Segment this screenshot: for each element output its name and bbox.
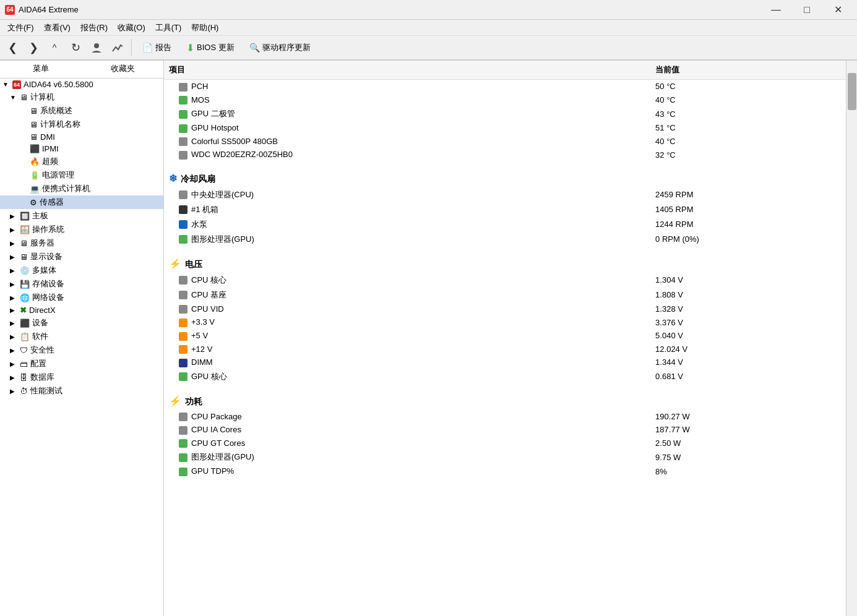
sidebar-item-motherboard[interactable]: ▶ 🔲 主板 [0, 209, 163, 223]
table-row: MOS40 °C [164, 93, 846, 107]
expand-icon: ▶ [10, 333, 17, 340]
row-item-name: +12 V [191, 344, 212, 354]
sidebar-item-server[interactable]: ▶ 🖥 服务器 [0, 236, 163, 250]
menu-help[interactable]: 帮助(H) [186, 21, 223, 35]
table-row: CPU 基座1.808 V [164, 288, 846, 302]
sidebar-item-label: 便携式计算机 [42, 183, 90, 194]
spacer-row [164, 247, 846, 252]
scrollbar-thumb[interactable] [848, 73, 856, 110]
directx-icon: ✖ [20, 306, 27, 315]
sidebar-item-software[interactable]: ▶ 📋 软件 [0, 330, 163, 343]
driver-update-button[interactable]: 🔍 驱动程序更新 [243, 39, 317, 56]
section-header-row: ❄冷却风扇 [164, 166, 846, 187]
sidebar-item-database[interactable]: ▶ 🗄 数据库 [0, 370, 163, 384]
row-icon [179, 305, 187, 314]
software-icon: 📋 [20, 332, 30, 341]
aida-icon: 64 [12, 80, 21, 89]
maximize-button[interactable]: □ [793, 0, 821, 20]
sidebar-item-label: AIDA64 v6.50.5800 [24, 80, 93, 89]
table-row: +3.3 V3.376 V [164, 315, 846, 329]
menu-tools[interactable]: 工具(T) [150, 21, 187, 35]
sidebar-item-power-mgmt[interactable]: 🔋 电源管理 [0, 168, 163, 182]
expand-icon: ▶ [10, 267, 17, 274]
user-button[interactable] [87, 38, 106, 58]
multimedia-icon: 💿 [20, 266, 30, 275]
sidebar-item-multimedia[interactable]: ▶ 💿 多媒体 [0, 263, 163, 277]
sidebar-item-network[interactable]: ▶ 🌐 网络设备 [0, 291, 163, 304]
close-button[interactable]: ✕ [824, 0, 852, 20]
main-layout: 菜单 收藏夹 ▼ 64 AIDA64 v6.50.5800 ▼ 🖥 计算机 🖥 … [0, 61, 857, 616]
sidebar-item-portable[interactable]: 💻 便携式计算机 [0, 182, 163, 195]
sidebar-item-label: 操作系统 [32, 224, 64, 235]
sidebar-item-overclock[interactable]: 🔥 超频 [0, 155, 163, 168]
row-item-name: CPU Package [191, 412, 242, 421]
row-icon [179, 205, 187, 214]
sidebar-item-devices[interactable]: ▶ ⬛ 设备 [0, 316, 163, 330]
menu-file[interactable]: 文件(F) [2, 21, 39, 35]
sidebar-item-dmi[interactable]: 🖥 DMI [0, 131, 163, 143]
devices-icon: ⬛ [20, 319, 30, 328]
table-row: CPU 核心1.304 V [164, 273, 846, 288]
sidebar-item-ipmi[interactable]: ⬛ IPMI [0, 143, 163, 155]
sidebar-item-storage[interactable]: ▶ 💾 存储设备 [0, 277, 163, 291]
chart-button[interactable] [108, 38, 127, 58]
menu-favorites[interactable]: 收藏(O) [113, 21, 150, 35]
scrollbar[interactable] [846, 61, 857, 616]
row-value: 8% [650, 464, 846, 478]
sidebar-item-security[interactable]: ▶ 🛡 安全性 [0, 343, 163, 357]
mb-icon: 🔲 [20, 212, 30, 221]
menu-view[interactable]: 查看(V) [39, 21, 75, 35]
expand-icon: ▶ [10, 347, 17, 354]
portable-icon: 💻 [30, 184, 40, 194]
row-value: 1405 RPM [650, 202, 846, 217]
tab-menu[interactable]: 菜单 [0, 61, 82, 78]
sidebar-item-label: 存储设备 [32, 278, 64, 289]
section-label: 功耗 [185, 396, 202, 406]
sidebar-item-benchmark[interactable]: ▶ ⏱ 性能测试 [0, 384, 163, 398]
col-header-item: 项目 [164, 61, 650, 80]
row-item-name: Colorful SS500P 480GB [191, 137, 278, 146]
sidebar-item-label: 传感器 [40, 197, 64, 208]
minimize-button[interactable]: — [762, 0, 790, 20]
row-item-name: DIMM [191, 357, 213, 367]
expand-icon: ▶ [10, 294, 17, 301]
row-value: 50 °C [650, 80, 846, 93]
sidebar-item-aida64[interactable]: ▼ 64 AIDA64 v6.50.5800 [0, 79, 163, 90]
row-value: 1244 RPM [650, 217, 846, 232]
sidebar-item-sys-overview[interactable]: 🖥 系统概述 [0, 104, 163, 118]
section-label: 冷却风扇 [181, 174, 215, 184]
row-icon [179, 359, 187, 367]
table-row: CPU VID1.328 V [164, 302, 846, 316]
server-icon: 🖥 [20, 239, 28, 248]
row-value: 32 °C [650, 148, 846, 161]
bios-icon: ⬇ [186, 42, 194, 54]
section-header-row: ⚡电压 [164, 252, 846, 273]
forward-button[interactable]: ❯ [24, 38, 43, 58]
tab-favorites[interactable]: 收藏夹 [82, 61, 163, 78]
app-icon: 64 [5, 5, 15, 15]
sidebar-item-directx[interactable]: ▶ ✖ DirectX [0, 304, 163, 316]
sidebar-item-label: 配置 [30, 358, 46, 369]
sidebar-item-sensor[interactable]: ⚙ 传感器 [0, 195, 163, 209]
sidebar-item-computer[interactable]: ▼ 🖥 计算机 [0, 90, 163, 104]
bios-update-button[interactable]: ⬇ BIOS 更新 [179, 39, 241, 57]
sidebar-item-display[interactable]: ▶ 🖥 显示设备 [0, 250, 163, 263]
row-item-name: CPU VID [191, 304, 224, 314]
row-item-name: CPU 基座 [191, 290, 226, 299]
up-button[interactable]: ^ [45, 38, 64, 58]
sidebar-item-config[interactable]: ▶ 🗃 配置 [0, 357, 163, 370]
menu-report[interactable]: 报告(R) [75, 21, 113, 35]
row-value: 2.50 W [650, 437, 846, 450]
sidebar-item-os[interactable]: ▶ 🪟 操作系统 [0, 223, 163, 236]
row-item-name: WDC WD20EZRZ-00Z5HB0 [191, 150, 293, 159]
benchmark-icon: ⏱ [20, 387, 28, 396]
expand-icon: ▶ [10, 213, 17, 220]
refresh-button[interactable]: ↻ [66, 38, 85, 58]
back-button[interactable]: ❮ [2, 38, 22, 58]
section-label: 电压 [185, 259, 202, 269]
table-row: 图形处理器(GPU)0 RPM (0%) [164, 232, 846, 247]
report-button[interactable]: 📄 报告 [136, 39, 178, 56]
sidebar-item-label: 显示设备 [30, 251, 62, 262]
sidebar-item-label: 网络设备 [32, 292, 64, 303]
sidebar-item-comp-name[interactable]: 🖥 计算机名称 [0, 118, 163, 131]
